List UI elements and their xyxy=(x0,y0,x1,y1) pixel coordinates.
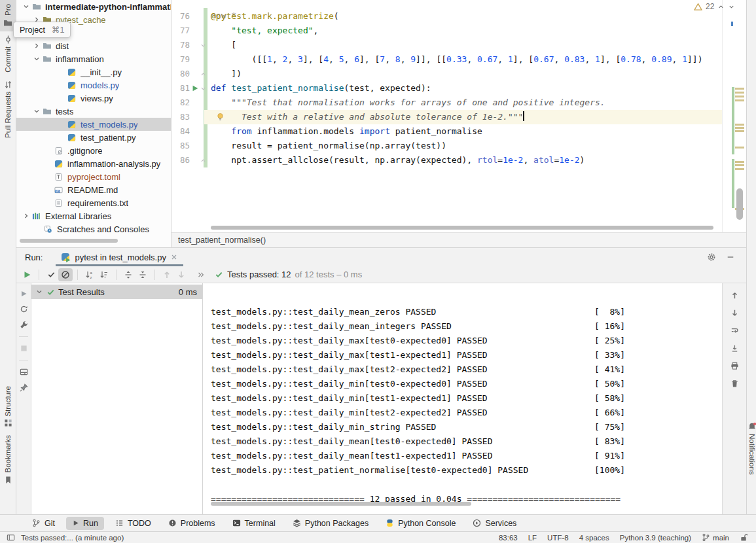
fold-u-icon[interactable] xyxy=(200,71,206,77)
tool-windows-icon[interactable] xyxy=(7,533,15,542)
minimize-icon[interactable] xyxy=(727,253,734,261)
test-results-tree[interactable]: Test Results 0 ms xyxy=(31,283,203,515)
rerun-icon[interactable] xyxy=(20,305,28,313)
up2-icon[interactable] xyxy=(730,291,739,300)
test-results-root-row[interactable]: Test Results 0 ms xyxy=(31,285,202,299)
chevron-down-icon[interactable] xyxy=(35,288,43,296)
chevron-down-icon[interactable] xyxy=(33,55,41,63)
close-icon[interactable] xyxy=(170,253,178,261)
sort-az-button[interactable]: az xyxy=(82,268,97,281)
status-indent-setting[interactable]: 4 spaces xyxy=(579,534,609,542)
chev-up-sm-icon[interactable] xyxy=(717,3,725,10)
gear-icon[interactable] xyxy=(707,253,716,262)
breadcrumb[interactable]: test_patient_normalise() xyxy=(171,232,746,247)
tree-item-tests[interactable]: tests xyxy=(16,105,171,118)
test-console[interactable]: test_models.py::test_daily_mean_zeros PA… xyxy=(203,283,722,515)
status-python-interpreter[interactable]: Python 3.9 (teaching) xyxy=(620,534,691,542)
sort-dur-button[interactable] xyxy=(97,268,111,281)
warning-stripe-mark[interactable] xyxy=(735,99,744,101)
noentry-button[interactable] xyxy=(58,268,73,281)
vcs-stripe-mark[interactable] xyxy=(732,159,734,208)
tree-item-test-patient-py[interactable]: test_patient.py xyxy=(16,131,171,144)
runarrow-icon[interactable] xyxy=(191,84,199,92)
vcs-stripe-mark[interactable] xyxy=(732,87,734,154)
tool-button-bookmarks[interactable]: Bookmarks xyxy=(0,431,16,488)
warning-stripe-mark[interactable] xyxy=(735,161,744,163)
more-actions-button[interactable] xyxy=(194,268,208,281)
tree-item-requirements-txt[interactable]: requirements.txt xyxy=(16,196,171,209)
tree-item-external-libraries[interactable]: External Libraries xyxy=(16,209,171,222)
chevron-right-icon[interactable] xyxy=(22,212,30,220)
console-horizontal-scrollbar[interactable] xyxy=(211,502,471,506)
tree-item-models-py[interactable]: models.py xyxy=(16,79,171,92)
warning-stripe-mark[interactable] xyxy=(735,164,744,166)
pin-icon[interactable] xyxy=(20,383,28,392)
tree-item--gitignore[interactable]: .gitignore xyxy=(16,144,171,157)
scrollend-icon[interactable] xyxy=(730,344,739,353)
printer-icon[interactable] xyxy=(730,362,739,370)
wrench-icon[interactable] xyxy=(20,321,28,329)
play-button[interactable] xyxy=(20,268,34,281)
editor-horizontal-scrollbar[interactable] xyxy=(211,226,713,230)
warning-icon[interactable] xyxy=(694,3,702,11)
play-gray-icon[interactable] xyxy=(20,290,27,298)
trash-icon[interactable] xyxy=(730,379,739,388)
status-file-encoding[interactable]: UTF-8 xyxy=(547,534,569,542)
tree-item-scratches-and-consoles[interactable]: Scratches and Consoles xyxy=(16,222,171,236)
tree-item-dist[interactable]: dist xyxy=(16,39,171,52)
warning-stripe-mark[interactable] xyxy=(735,168,744,170)
warning-stripe-mark[interactable] xyxy=(735,147,744,149)
warning-stripe-mark[interactable] xyxy=(735,124,744,126)
git-branch-widget[interactable]: main xyxy=(702,533,729,542)
fold-d-icon[interactable] xyxy=(200,86,206,92)
tree-item-readme-md[interactable]: MDREADME.md xyxy=(16,183,171,196)
tool-window-button-todo[interactable]: TODO xyxy=(109,517,157,530)
project-horizontal-scrollbar[interactable] xyxy=(20,239,118,243)
tree-item-pyproject-toml[interactable]: pyproject.toml xyxy=(16,170,171,183)
check-button[interactable] xyxy=(44,268,58,281)
warning-stripe-mark[interactable] xyxy=(735,88,744,90)
tool-window-button-services[interactable]: Services xyxy=(467,517,522,530)
wrap-icon[interactable] xyxy=(730,326,739,335)
status-line-ending[interactable]: LF xyxy=(528,534,537,542)
tool-window-button-problems[interactable]: Problems xyxy=(162,517,221,530)
collapse-button[interactable] xyxy=(135,268,150,281)
editor-scrollbar-thumb[interactable] xyxy=(736,188,743,220)
tool-button-pull-requests[interactable]: Pull Requests xyxy=(0,77,16,142)
warning-stripe-mark[interactable] xyxy=(735,130,744,132)
layout-icon[interactable] xyxy=(20,368,28,376)
tool-window-button-python-console[interactable]: Python Console xyxy=(380,517,461,530)
status-message[interactable]: Tests passed:... (a minute ago) xyxy=(21,534,124,542)
lock-icon[interactable] xyxy=(740,533,748,542)
tool-window-button-terminal[interactable]: Terminal xyxy=(226,517,281,530)
breadcrumb-item[interactable]: test_patient_normalise() xyxy=(178,236,266,245)
stop-icon[interactable] xyxy=(20,344,28,353)
tree-item--init-py[interactable]: __init__.py xyxy=(16,65,171,79)
warning-count[interactable]: 22 xyxy=(706,2,714,11)
tool-window-button-git[interactable]: Git xyxy=(26,517,61,530)
tool-window-button-run[interactable]: Run xyxy=(66,517,104,530)
tree-item-inflammation[interactable]: inflammation xyxy=(16,52,171,65)
warning-stripe-mark[interactable] xyxy=(735,92,744,94)
chevron-down-icon[interactable] xyxy=(22,3,30,10)
down2-icon[interactable] xyxy=(730,309,739,317)
expand-button[interactable] xyxy=(121,268,135,281)
fold-u-icon[interactable] xyxy=(200,158,206,164)
notifications-button[interactable]: Notifications xyxy=(747,422,756,475)
tree-item-views-py[interactable]: views.py xyxy=(16,92,171,105)
up-button[interactable] xyxy=(160,268,174,281)
inspection-widget[interactable]: 22 xyxy=(694,2,735,11)
warning-stripe-mark[interactable] xyxy=(735,127,744,129)
tool-button-structure[interactable]: Structure xyxy=(0,382,16,432)
tool-button-commit[interactable]: Commit xyxy=(0,31,16,77)
code-editor[interactable]: new * 76@pytest.mark.parametrize(77 "tes… xyxy=(171,0,746,232)
tree-item-inflammation-analysis-py[interactable]: inflammation-analysis.py xyxy=(16,157,171,170)
chev-down-sm-icon[interactable] xyxy=(728,3,735,10)
warning-stripe-mark[interactable] xyxy=(735,96,744,97)
editor-error-stripe[interactable] xyxy=(722,0,746,232)
run-tab[interactable]: pytest in test_models.py xyxy=(56,248,183,266)
tree-item-test-models-py[interactable]: test_models.py xyxy=(16,118,171,131)
tool-window-button-python-packages[interactable]: Python Packages xyxy=(287,517,374,530)
fold-d-icon[interactable] xyxy=(200,43,206,48)
status-caret-position[interactable]: 83:63 xyxy=(499,534,518,542)
